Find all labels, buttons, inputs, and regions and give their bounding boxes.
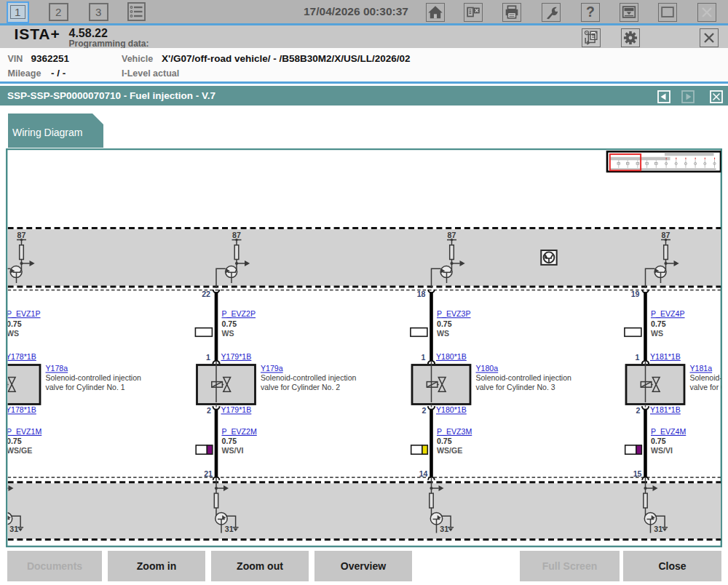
- svg-text:WS: WS: [7, 329, 19, 338]
- svg-text:Y179*1B: Y179*1B: [221, 352, 252, 361]
- svg-text:WS: WS: [651, 329, 663, 338]
- svg-text:1: 1: [422, 353, 426, 362]
- svg-text:0.75: 0.75: [222, 319, 237, 328]
- svg-text:0.75: 0.75: [437, 319, 452, 328]
- svg-text:P_EVZ1M: P_EVZ1M: [7, 427, 41, 436]
- svg-text:WS: WS: [437, 329, 449, 338]
- svg-text:WS/VI: WS/VI: [651, 446, 673, 455]
- svg-text:Y178a: Y178a: [46, 364, 68, 373]
- svg-text:P_EVZ2P: P_EVZ2P: [222, 309, 256, 318]
- svg-text:Y179a: Y179a: [261, 364, 283, 373]
- svg-text:P_EVZ4M: P_EVZ4M: [651, 427, 686, 436]
- svg-text:Solenoid-controlled injection: Solenoid-controlled injection: [46, 373, 141, 382]
- svg-text:Y181*1B: Y181*1B: [650, 405, 681, 414]
- svg-text:0.75: 0.75: [437, 437, 452, 445]
- svg-text:Y179*1B: Y179*1B: [221, 405, 252, 414]
- svg-text:Y181*1B: Y181*1B: [650, 352, 681, 361]
- svg-text:Solenoid-controlled injection: Solenoid-controlled injection: [476, 373, 571, 382]
- svg-text:valve for Cylinder No. 2: valve for Cylinder No. 2: [261, 383, 340, 391]
- svg-text:2: 2: [207, 406, 211, 415]
- svg-text:1: 1: [636, 353, 640, 362]
- svg-text:0.75: 0.75: [7, 319, 22, 328]
- svg-text:2: 2: [636, 406, 641, 415]
- svg-text:21: 21: [204, 469, 213, 478]
- svg-text:Y180*1B: Y180*1B: [436, 352, 467, 361]
- svg-text:WS: WS: [222, 329, 234, 338]
- svg-text:Y180a: Y180a: [476, 364, 499, 373]
- svg-text:valve for Cylinder No. 1: valve for Cylinder No. 1: [46, 383, 125, 391]
- svg-text:?: ?: [586, 4, 595, 20]
- svg-text:valve for Cylinder No. 3: valve for Cylinder No. 3: [476, 383, 555, 391]
- svg-text:Solenoid-controlled injection: Solenoid-controlled injection: [690, 373, 723, 382]
- svg-text:Solenoid-controlled injection: Solenoid-controlled injection: [261, 373, 356, 382]
- svg-text:P_EVZ4P: P_EVZ4P: [651, 309, 685, 318]
- svg-text:0.75: 0.75: [222, 437, 237, 445]
- svg-text:Y180*1B: Y180*1B: [436, 405, 467, 414]
- svg-text:P_EVZ3M: P_EVZ3M: [437, 427, 472, 436]
- svg-text:WS/GE: WS/GE: [7, 446, 32, 455]
- svg-text:WS/GE: WS/GE: [437, 446, 462, 455]
- svg-text:2: 2: [422, 406, 427, 415]
- svg-text:Wiring Diagram: Wiring Diagram: [12, 127, 82, 138]
- svg-text:P_EVZ3P: P_EVZ3P: [437, 309, 471, 318]
- svg-text:0.75: 0.75: [651, 437, 666, 445]
- svg-text:15: 15: [633, 469, 642, 478]
- svg-text:Y178*1B: Y178*1B: [6, 405, 36, 414]
- svg-text:19: 19: [631, 290, 640, 298]
- svg-text:P_EVZ2M: P_EVZ2M: [222, 427, 257, 436]
- svg-text:Y181a: Y181a: [690, 364, 713, 373]
- svg-text:0.75: 0.75: [651, 319, 666, 328]
- svg-text:Y178*1B: Y178*1B: [6, 352, 36, 361]
- svg-text:WS/VI: WS/VI: [222, 446, 244, 455]
- svg-text:18: 18: [417, 290, 426, 298]
- svg-text:0.75: 0.75: [7, 437, 22, 445]
- svg-text:14: 14: [419, 469, 428, 478]
- svg-text:1: 1: [206, 353, 210, 362]
- svg-text:valve for Cylinder No. 4: valve for Cylinder No. 4: [690, 383, 723, 391]
- svg-text:P_EVZ1P: P_EVZ1P: [7, 309, 41, 318]
- svg-text:22: 22: [202, 290, 210, 298]
